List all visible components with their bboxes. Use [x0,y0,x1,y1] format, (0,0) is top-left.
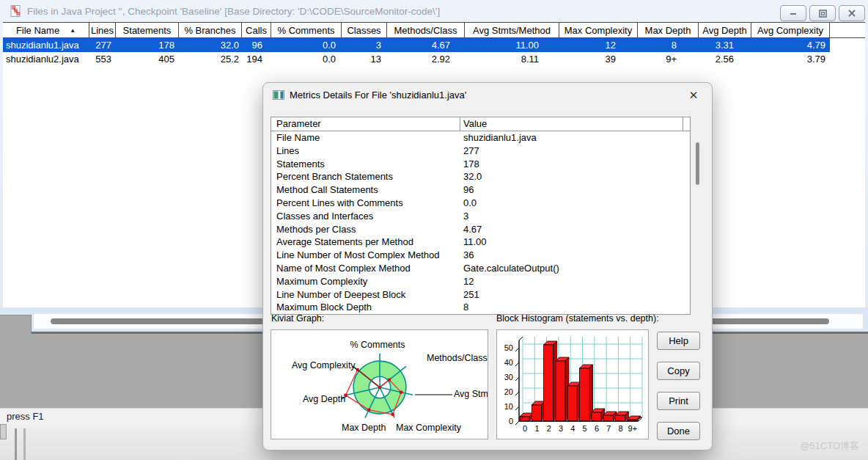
parameter-row: Maximum Block Depth8 [271,301,690,314]
column-header-classes[interactable]: Classes [342,23,387,37]
column-header-label: Max Depth [645,25,691,36]
parameter-value: 4.67 [463,224,482,235]
parameter-row: Name of Most Complex MethodGate.calculat… [271,262,690,275]
maximize-icon [818,9,828,18]
file-table-cell: 12 [559,38,638,52]
close-window-button[interactable] [839,5,865,21]
column-header-lines[interactable]: Lines [89,23,116,37]
parameter-value: 178 [463,158,479,169]
vertical-scrollbar-thumb[interactable] [696,142,699,185]
sourcemonitor-file-icon [10,4,21,18]
file-table-cell: 178 [116,38,179,52]
column-header-file-name[interactable]: File Name▲ [3,23,89,37]
block-histogram: 010203040500123456789+ [496,329,649,439]
window-controls [777,5,865,21]
column-header-max-complexity[interactable]: Max Complexity [559,23,638,37]
parameter-value: 36 [463,249,474,260]
file-table-row[interactable]: shuzidianlu2.java55340525.21940.0132.928… [3,52,830,66]
svg-text:20: 20 [504,387,513,396]
column-header-label: Calls [246,25,267,36]
file-table-row[interactable]: shuzidianlu1.java27717832.0960.034.6711.… [3,38,830,52]
file-table-cell: 96 [242,38,271,52]
sort-ascending-icon: ▲ [70,27,76,34]
parameter-table-header: Parameter Value [271,117,690,131]
svg-text:2: 2 [547,424,551,433]
svg-text:Methods/Class: Methods/Class [427,353,488,363]
column-header-avg-depth[interactable]: Avg Depth [699,23,751,37]
parameter-name: Percent Lines with Comments [276,197,403,208]
status-text: press F1 [7,411,44,422]
file-table-cell: 3 [342,38,387,52]
column-header-label: Max Complexity [564,25,632,36]
column-header-max-depth[interactable]: Max Depth [638,23,699,37]
svg-text:0: 0 [509,417,513,426]
column-header--comments[interactable]: % Comments [271,23,342,37]
kiviat-graph-label: Kiviat Graph: [271,313,324,324]
svg-text:10: 10 [504,402,513,411]
file-table-cell: 3.79 [751,52,830,66]
parameter-row: Methods per Class4.67 [271,223,690,236]
column-header-avg-complexity[interactable]: Avg Complexity [751,23,830,37]
window-title: Files in Java Project '', Checkpoint 'Ba… [27,6,440,17]
parameter-row: Lines277 [271,145,690,158]
parameter-name: Line Number of Deepest Block [276,289,405,300]
column-header--branches[interactable]: % Branches [179,23,242,37]
block-histogram-label: Block Histogram (statements vs. depth): [496,313,659,324]
parameter-value: 12 [463,276,474,287]
done-button[interactable]: Done [657,422,700,440]
column-header-label: Avg Complexity [757,25,823,36]
kiviat-chart: % CommentsMethods/ClassAvg Stmts/MethodM… [271,330,488,439]
maximize-button[interactable] [809,5,836,21]
column-header-label: Statements [123,25,172,36]
dialog-close-button[interactable]: ✕ [685,87,702,103]
parameter-name: Name of Most Complex Method [276,263,411,274]
parameter-value: 0.0 [463,197,477,208]
parameter-row: Average Statements per Method11.00 [271,236,690,249]
column-header-avg-stmts-method[interactable]: Avg Stmts/Method [465,23,559,37]
parameter-row: Line Number of Deepest Block251 [271,288,690,302]
file-table-cell: 32.0 [179,38,242,52]
metrics-details-dialog: Metrics Details For File 'shuzidianlu1.j… [262,82,713,450]
parameter-row: Percent Lines with Comments0.0 [271,197,690,210]
svg-text:50: 50 [504,343,513,352]
file-table-cell: 4.79 [751,38,830,52]
parameter-row: Method Call Statements96 [271,183,690,197]
parameter-value: 96 [463,184,474,195]
file-table-cell: 8.11 [465,52,559,66]
parameter-row: Percent Branch Statements32.0 [271,170,690,183]
column-header-calls[interactable]: Calls [242,23,271,37]
file-table-cell: 277 [89,38,116,52]
copy-button[interactable]: Copy [657,362,700,380]
file-table-cell: 11.00 [465,38,559,52]
file-table-cell: 3.31 [699,38,751,52]
parameter-name: Classes and Interfaces [276,211,373,222]
parameter-row: Maximum Complexity12 [271,275,690,288]
column-header-label: Methods/Class [394,25,457,36]
minimize-button[interactable] [780,5,806,21]
parameter-value: 8 [463,302,468,313]
column-divider [683,117,683,131]
help-button[interactable]: Help [657,332,700,350]
file-list-header: File Name▲LinesStatements% BranchesCalls… [3,22,865,38]
parameter-name: Maximum Complexity [276,276,367,287]
svg-text:8: 8 [618,424,622,433]
file-table-cell: 2.56 [699,52,751,66]
parameter-value: 277 [463,145,479,156]
svg-text:Avg Depth: Avg Depth [303,394,345,404]
print-button[interactable]: Print [657,392,700,410]
column-header-label: Classes [347,25,380,36]
files-window-titlebar[interactable]: Files in Java Project '', Checkpoint 'Ba… [0,0,868,22]
file-table-cell: 194 [242,52,271,66]
parameter-column-header[interactable]: Parameter [276,118,321,129]
svg-text:3: 3 [559,424,563,433]
file-table-cell: 553 [89,52,116,66]
svg-text:7: 7 [606,424,611,433]
value-column-header[interactable]: Value [463,118,487,129]
parameter-name: Statements [276,158,325,169]
file-table-cell: shuzidianlu2.java [3,52,89,66]
file-table-cell: 9+ [638,52,699,66]
column-header-statements[interactable]: Statements [116,23,179,37]
column-header-methods-class[interactable]: Methods/Class [387,23,465,37]
screen: Files in Java Project '', Checkpoint 'Ba… [0,0,868,460]
dialog-titlebar[interactable]: Metrics Details For File 'shuzidianlu1.j… [263,83,712,107]
